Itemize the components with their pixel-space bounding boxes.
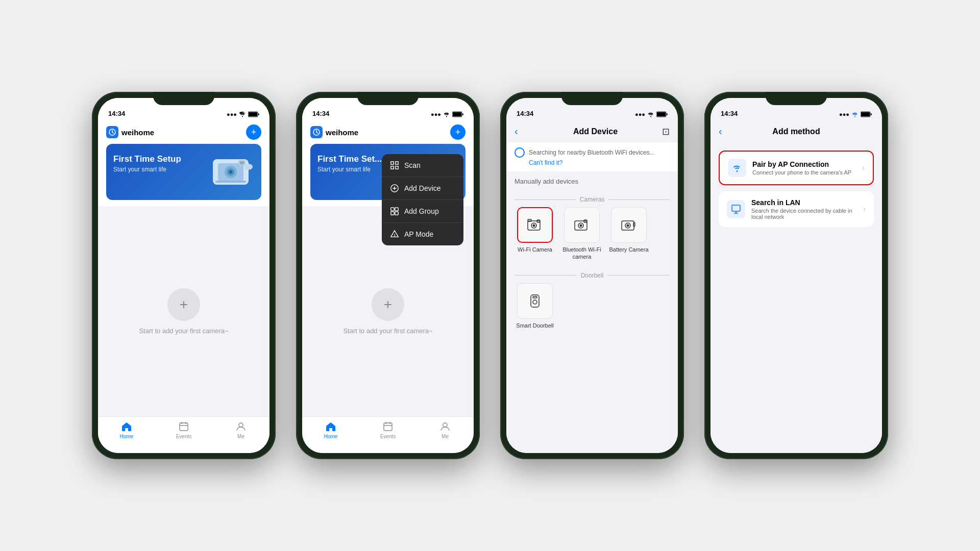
svg-point-38 <box>443 423 447 427</box>
bluetooth-anim-3 <box>514 147 525 158</box>
add-device-icon <box>390 184 399 193</box>
scan-button-3[interactable]: ⊡ <box>662 126 670 137</box>
doorbell-svg <box>526 292 544 310</box>
gray-bg-3 <box>506 329 678 453</box>
time-1: 14:34 <box>108 110 125 117</box>
wifi-camera-label-3: Wi-Fi Camera <box>518 246 552 253</box>
back-button-3[interactable]: ‹ <box>514 126 529 137</box>
add-first-label-1: Start to add your first camera~ <box>139 327 228 335</box>
screen-3: 14:34 ●●● ‹ Add Device ⊡ Searching for n… <box>506 98 678 453</box>
notch-1 <box>153 92 214 105</box>
tab-me-label-2: Me <box>442 434 449 439</box>
search-lan-text-4: Search in LAN Search the device connecte… <box>751 198 857 220</box>
app-name-1: weihome <box>121 128 154 137</box>
svg-rect-9 <box>240 161 244 164</box>
tab-bar-2: Home Events Me <box>302 416 474 453</box>
pair-ap-text-4: Pair by AP Connection Connect your phone… <box>752 160 856 176</box>
screen-1: 14:34 ●●● weihome + First Time Setup Sta… <box>98 98 270 453</box>
time-2: 14:34 <box>312 110 329 117</box>
page-header-4: ‹ Add method <box>710 120 882 142</box>
doorbell-icon-3 <box>517 283 553 319</box>
ap-mode-icon <box>390 230 399 239</box>
cameras-label-3: Cameras <box>580 196 605 203</box>
app-logo-1 <box>106 126 118 138</box>
app-name-2: weihome <box>326 128 358 137</box>
add-button-2[interactable]: + <box>450 124 465 140</box>
svg-point-48 <box>580 224 582 227</box>
dropdown-add-group-label: Add Group <box>404 207 439 215</box>
bt-camera-icon-3 <box>564 207 600 243</box>
search-lan-title-4: Search in LAN <box>751 198 857 207</box>
doorbell-label-3: Doorbell <box>581 272 604 279</box>
banner-camera-1 <box>210 149 256 195</box>
doorbell-divider-right-3 <box>607 275 670 276</box>
tab-events-1[interactable]: Events <box>168 421 199 439</box>
camera-svg-1 <box>526 216 544 234</box>
divider-left-3 <box>514 199 576 200</box>
dropdown-ap-mode[interactable]: AP Mode <box>382 223 463 245</box>
scan-icon <box>390 161 399 170</box>
divider-right-3 <box>608 199 670 200</box>
dropdown-scan-label: Scan <box>404 161 421 169</box>
tab-home-2[interactable]: Home <box>315 421 346 439</box>
app-title-1: weihome <box>106 126 154 138</box>
device-wifi-camera-3[interactable]: Wi-Fi Camera <box>514 207 555 261</box>
banner-subtitle-1: Start your smart life <box>113 166 181 173</box>
app-logo-2 <box>310 126 323 138</box>
method-search-lan-4[interactable]: Search in LAN Search the device connecte… <box>719 191 874 227</box>
home-icon-2 <box>325 421 336 432</box>
page-header-3: ‹ Add Device ⊡ <box>506 120 678 142</box>
page-title-4: Add method <box>772 127 820 136</box>
wifi-icon-2 <box>443 111 450 117</box>
tab-events-label-2: Events <box>380 434 396 439</box>
me-icon-2 <box>439 421 451 432</box>
screen-2: 14:34 ●●● weihome + First Time Set... St… <box>302 98 474 453</box>
tab-events-2[interactable]: Events <box>373 421 403 439</box>
tab-home-1[interactable]: Home <box>111 421 142 439</box>
battery-camera-label-3: Battery Camera <box>609 246 648 253</box>
add-button-1[interactable]: + <box>246 124 261 140</box>
tab-me-2[interactable]: Me <box>430 421 460 439</box>
svg-rect-27 <box>391 208 394 211</box>
svg-point-52 <box>627 224 629 227</box>
svg-point-43 <box>533 224 535 227</box>
back-button-4[interactable]: ‹ <box>719 126 733 137</box>
add-camera-area-1[interactable]: + Start to add your first camera~ <box>139 288 228 335</box>
signal-icon-4: ●●● <box>839 111 849 117</box>
status-icons-3: ●●● <box>635 111 668 117</box>
svg-rect-20 <box>391 162 394 164</box>
dropdown-add-device[interactable]: Add Device <box>382 177 463 200</box>
tab-me-1[interactable]: Me <box>226 421 256 439</box>
svg-rect-18 <box>453 112 461 116</box>
dropdown-add-group[interactable]: Add Group <box>382 200 463 223</box>
pair-ap-desc-4: Connect your phone to the camera's AP <box>752 169 856 176</box>
battery-icon-1 <box>248 111 259 117</box>
tab-home-label-2: Home <box>324 434 338 439</box>
time-3: 14:34 <box>517 110 533 117</box>
svg-rect-28 <box>395 208 398 211</box>
device-bt-wifi-camera-3[interactable]: Bluetooth Wi-Fi camera <box>561 207 602 261</box>
plus-circle-1[interactable]: + <box>167 288 200 321</box>
events-icon-2 <box>382 421 394 432</box>
app-title-2: weihome <box>310 126 358 138</box>
notch-4 <box>766 92 827 105</box>
banner-subtitle-2: Start your smart life <box>317 166 382 173</box>
add-camera-area-2[interactable]: + Start to add your first camera~ <box>343 288 432 335</box>
cant-find-3[interactable]: Can't find it? <box>514 159 670 166</box>
searching-section-3: Searching for nearby Bluetooth WiFi devi… <box>506 142 678 171</box>
plus-circle-2[interactable]: + <box>372 288 404 321</box>
me-icon-1 <box>235 421 247 432</box>
time-4: 14:34 <box>721 110 738 117</box>
searching-text-3: Searching for nearby Bluetooth WiFi devi… <box>529 149 655 156</box>
camera-svg-2 <box>573 216 591 234</box>
add-first-label-2: Start to add your first camera~ <box>343 327 432 335</box>
events-icon-1 <box>178 421 189 432</box>
device-battery-camera-3[interactable]: Battery Camera <box>608 207 649 261</box>
dropdown-scan[interactable]: Scan <box>382 154 463 177</box>
banner-title-1: First Time Setup <box>113 154 181 164</box>
method-pair-ap-4[interactable]: Pair by AP Connection Connect your phone… <box>719 151 874 185</box>
phone-1: 14:34 ●●● weihome + First Time Setup Sta… <box>92 92 276 459</box>
device-smart-doorbell-3[interactable]: Smart Doorbell <box>514 283 555 329</box>
pair-ap-icon-box-4 <box>728 159 746 177</box>
svg-rect-30 <box>395 212 398 215</box>
